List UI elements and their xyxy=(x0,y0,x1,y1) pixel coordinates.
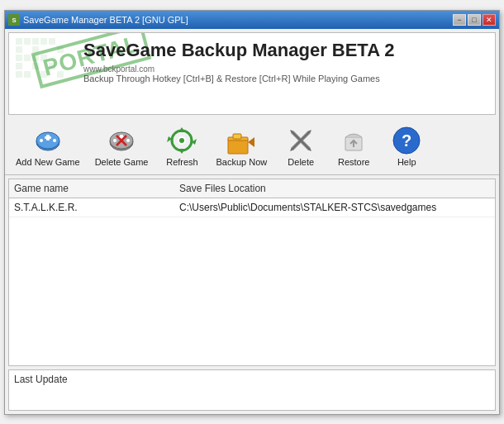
table-body: S.T.A.L.K.E.R. C:\Users\Public\Documents… xyxy=(9,198,495,365)
refresh-label: Refresh xyxy=(166,157,198,167)
delete-button[interactable]: Delete xyxy=(276,121,326,171)
title-bar-left: S SaveGame Manager BETA 2 [GNU GPL] xyxy=(8,14,188,26)
add-game-icon xyxy=(33,126,63,155)
svg-rect-18 xyxy=(16,71,22,78)
svg-rect-8 xyxy=(16,55,22,61)
last-update-label: Last Update xyxy=(14,374,68,385)
svg-point-32 xyxy=(113,139,116,142)
delete-label: Delete xyxy=(288,157,314,167)
main-window: S SaveGame Manager BETA 2 [GNU GPL] − □ … xyxy=(4,10,500,415)
svg-rect-9 xyxy=(24,55,31,61)
svg-rect-6 xyxy=(16,46,22,53)
svg-rect-4 xyxy=(24,38,31,45)
game-table: Game name Save Files Location S.T.A.L.K.… xyxy=(8,179,496,366)
banner-url: www.bckportal.com xyxy=(83,64,487,74)
svg-rect-12 xyxy=(49,38,55,45)
add-game-label: Add New Game xyxy=(16,157,80,167)
svg-rect-44 xyxy=(233,134,241,139)
delete-icon xyxy=(286,126,316,155)
svg-point-41 xyxy=(179,138,184,143)
svg-rect-19 xyxy=(24,71,31,78)
svg-text:?: ? xyxy=(402,131,411,150)
toolbar: Add New Game Delete Game xyxy=(5,118,499,175)
svg-rect-42 xyxy=(228,139,248,154)
close-button[interactable]: ✕ xyxy=(483,14,496,26)
add-new-game-button[interactable]: Add New Game xyxy=(10,121,86,171)
banner-title: SaveGame Backup Manager BETA 2 xyxy=(83,40,487,61)
backup-now-button[interactable]: Backup Now xyxy=(210,121,273,171)
table-row[interactable]: S.T.A.L.K.E.R. C:\Users\Public\Documents… xyxy=(9,198,495,217)
svg-point-26 xyxy=(40,139,43,142)
window-controls: − □ ✕ xyxy=(453,14,496,26)
restore-icon xyxy=(339,126,368,155)
backup-icon xyxy=(226,126,256,155)
svg-rect-5 xyxy=(32,38,39,45)
last-update-bar: Last Update xyxy=(8,369,496,411)
restore-button[interactable]: Restore xyxy=(329,121,378,171)
game-name-cell: S.T.A.L.K.E.R. xyxy=(14,202,179,213)
svg-rect-15 xyxy=(16,63,22,69)
refresh-icon xyxy=(167,126,197,155)
minimize-button[interactable]: − xyxy=(453,14,466,26)
svg-marker-45 xyxy=(248,137,254,147)
banner: PORTAL SaveGame Backup Manager BETA 2 ww… xyxy=(8,32,496,115)
refresh-button[interactable]: Refresh xyxy=(157,121,207,171)
svg-rect-11 xyxy=(40,38,47,45)
help-button[interactable]: ? Help xyxy=(382,121,431,171)
help-label: Help xyxy=(397,157,416,167)
svg-point-33 xyxy=(126,139,130,142)
backup-label: Backup Now xyxy=(216,157,267,167)
svg-text:S: S xyxy=(12,17,16,24)
svg-point-27 xyxy=(53,139,56,142)
header-game-name: Game name xyxy=(14,183,179,194)
banner-subtitle: Backup Through Hotkey [Ctrl+B] & Restore… xyxy=(83,74,487,83)
help-icon: ? xyxy=(392,126,421,155)
svg-rect-3 xyxy=(16,38,22,45)
window-title: SaveGame Manager BETA 2 [GNU GPL] xyxy=(23,15,188,25)
delete-game-icon xyxy=(107,126,136,155)
header-save-path: Save Files Location xyxy=(179,183,490,194)
svg-rect-25 xyxy=(46,135,50,141)
app-icon: S xyxy=(8,14,20,26)
delete-game-label: Delete Game xyxy=(95,157,149,167)
table-header: Game name Save Files Location xyxy=(9,179,495,198)
maximize-button[interactable]: □ xyxy=(468,14,481,26)
delete-game-button[interactable]: Delete Game xyxy=(89,121,155,171)
title-bar: S SaveGame Manager BETA 2 [GNU GPL] − □ … xyxy=(5,11,499,29)
save-path-cell: C:\Users\Public\Documents\STALKER-STCS\s… xyxy=(179,202,490,213)
restore-label: Restore xyxy=(338,157,370,167)
